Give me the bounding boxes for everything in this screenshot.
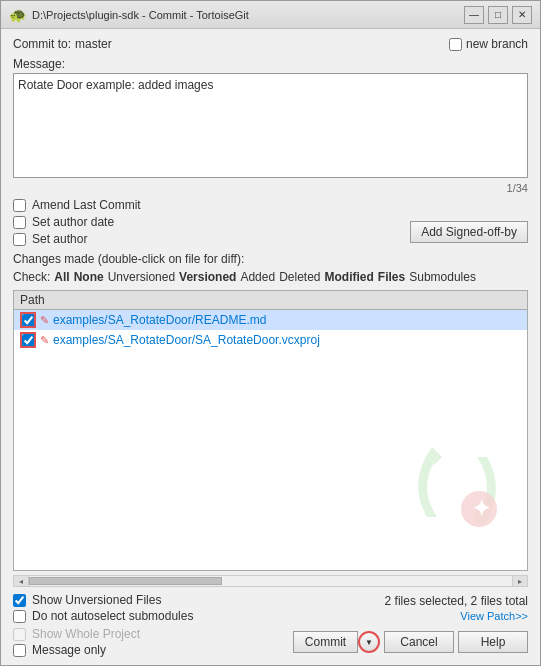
check-deleted-link[interactable]: Deleted	[279, 270, 320, 284]
dropdown-arrow-icon: ▼	[365, 638, 373, 647]
new-branch-checkbox[interactable]	[449, 38, 462, 51]
branch-name: master	[75, 37, 112, 51]
file-checkbox-1[interactable]	[22, 314, 35, 327]
check-modified-link[interactable]: Modified	[325, 270, 374, 284]
file-checkbox-2[interactable]	[22, 334, 35, 347]
file-icon-1: ✎	[40, 314, 49, 327]
set-author-date-checkbox[interactable]	[13, 216, 26, 229]
title-bar: 🐢 D:\Projects\plugin-sdk - Commit - Tort…	[1, 1, 540, 29]
window-controls: — □ ✕	[464, 6, 532, 24]
no-autoselect-label: Do not autoselect submodules	[32, 609, 193, 623]
view-patch-link[interactable]: View Patch>>	[460, 610, 528, 622]
commit-button[interactable]: Commit	[293, 631, 358, 653]
no-autoselect-row: Do not autoselect submodules	[13, 609, 193, 623]
file-count-text: 2 files selected, 2 files total	[385, 594, 528, 608]
message-label: Message:	[13, 57, 528, 71]
set-author-checkbox[interactable]	[13, 233, 26, 246]
file-icon-2: ✎	[40, 334, 49, 347]
set-author-date-row: Set author date	[13, 215, 114, 229]
check-added-link[interactable]: Added	[240, 270, 275, 284]
check-row: Check: All None Unversioned Versioned Ad…	[13, 270, 528, 284]
message-textarea[interactable]: Rotate Door example: added images	[13, 73, 528, 178]
signed-off-button[interactable]: Add Signed-off-by	[410, 221, 528, 243]
show-whole-project-label: Show Whole Project	[32, 627, 140, 641]
set-author-label: Set author	[32, 232, 87, 246]
set-author-row: Set author	[13, 232, 114, 246]
files-container: Path ✎ examples/SA_RotateDoor/README.md	[13, 290, 528, 571]
file-path-2: examples/SA_RotateDoor/SA_RotateDoor.vcx…	[53, 333, 320, 347]
files-header: Path	[14, 291, 527, 310]
show-unversioned-checkbox[interactable]	[13, 594, 26, 607]
amend-row: Amend Last Commit	[13, 198, 528, 212]
main-window: 🐢 D:\Projects\plugin-sdk - Commit - Tort…	[0, 0, 541, 666]
message-only-label: Message only	[32, 643, 106, 657]
path-header: Path	[20, 293, 45, 307]
file-path-1: examples/SA_RotateDoor/README.md	[53, 313, 266, 327]
changes-header: Changes made (double-click on file for d…	[13, 252, 528, 266]
horizontal-scrollbar: ◂ ▸	[13, 575, 528, 587]
show-whole-project-row: Show Whole Project	[13, 627, 140, 641]
scroll-thumb	[29, 577, 222, 585]
files-list: ✎ examples/SA_RotateDoor/README.md ✎ exa…	[14, 310, 527, 570]
scroll-left[interactable]: ◂	[13, 575, 29, 587]
check-submodules-link[interactable]: Submodules	[409, 270, 476, 284]
title-bar-left: 🐢 D:\Projects\plugin-sdk - Commit - Tort…	[9, 7, 249, 23]
check-files-link[interactable]: Files	[378, 270, 405, 284]
file-checkbox-wrapper-2	[20, 332, 36, 348]
commit-to-row: Commit to: master new branch	[13, 37, 528, 51]
minimize-button[interactable]: —	[464, 6, 484, 24]
check-versioned-link[interactable]: Versioned	[179, 270, 236, 284]
app-icon: 🐢	[9, 7, 26, 23]
window-title: D:\Projects\plugin-sdk - Commit - Tortoi…	[32, 9, 249, 21]
scroll-right[interactable]: ▸	[512, 575, 528, 587]
content-area: Commit to: master new branch Message: Ro…	[1, 29, 540, 665]
close-button[interactable]: ✕	[512, 6, 532, 24]
file-checkbox-wrapper-1	[20, 312, 36, 328]
table-row[interactable]: ✎ examples/SA_RotateDoor/SA_RotateDoor.v…	[14, 330, 527, 350]
new-branch-label: new branch	[466, 37, 528, 51]
table-row[interactable]: ✎ examples/SA_RotateDoor/README.md	[14, 310, 527, 330]
show-unversioned-row: Show Unversioned Files	[13, 593, 193, 607]
amend-checkbox[interactable]	[13, 199, 26, 212]
cancel-button[interactable]: Cancel	[384, 631, 454, 653]
commit-dropdown-button[interactable]: ▼	[358, 631, 380, 653]
set-author-date-label: Set author date	[32, 215, 114, 229]
check-unversioned-link[interactable]: Unversioned	[108, 270, 175, 284]
new-branch-section: new branch	[449, 37, 528, 51]
maximize-button[interactable]: □	[488, 6, 508, 24]
bottom-buttons: Commit ▼ Cancel Help	[293, 631, 528, 657]
check-label: Check:	[13, 270, 50, 284]
no-autoselect-checkbox[interactable]	[13, 610, 26, 623]
message-only-checkbox[interactable]	[13, 644, 26, 657]
scroll-track[interactable]	[29, 577, 512, 585]
check-all-link[interactable]: All	[54, 270, 69, 284]
amend-label: Amend Last Commit	[32, 198, 141, 212]
commit-group: Commit ▼	[293, 631, 380, 653]
message-counter: 1/34	[13, 182, 528, 194]
commit-to-left: Commit to: master	[13, 37, 112, 51]
message-only-row: Message only	[13, 643, 140, 657]
help-button[interactable]: Help	[458, 631, 528, 653]
show-unversioned-label: Show Unversioned Files	[32, 593, 161, 607]
options-section: Amend Last Commit Set author date Set au…	[13, 198, 528, 246]
commit-to-label: Commit to:	[13, 37, 71, 51]
bottom-options: Show Unversioned Files Do not autoselect…	[13, 593, 528, 657]
check-none-link[interactable]: None	[74, 270, 104, 284]
message-section: Message: Rotate Door example: added imag…	[13, 57, 528, 194]
show-whole-project-checkbox[interactable]	[13, 628, 26, 641]
